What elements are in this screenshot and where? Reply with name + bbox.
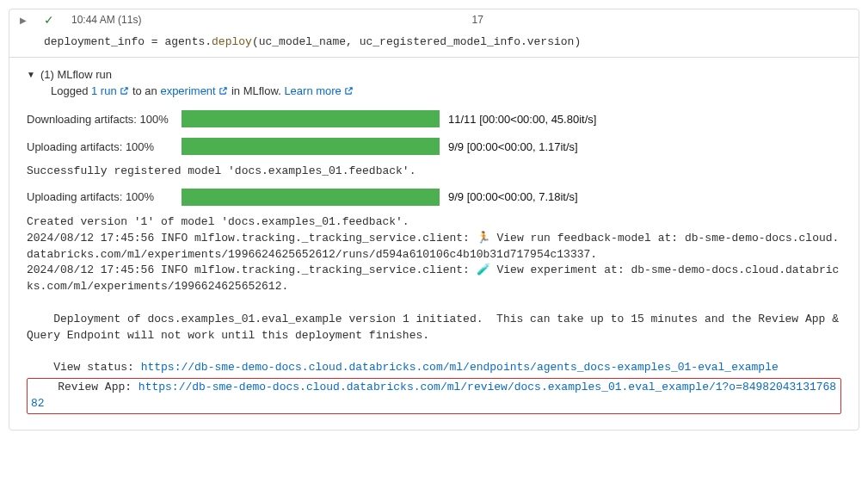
experiment-link[interactable]: experiment [160,84,228,97]
progress-bar [182,110,440,127]
progress-label: Downloading artifacts: 100% [27,113,173,126]
progress-stats: 9/9 [00:00<00:00, 7.18it/s] [448,190,578,203]
run-link[interactable]: 1 run [91,84,129,97]
collapse-toggle[interactable]: ▼ (1) MLflow run [27,66,841,84]
external-link-icon [219,85,228,98]
progress-row: Uploading artifacts: 100% 9/9 [00:00<00:… [27,183,841,211]
log-line: Successfully registered model 'docs.exam… [27,160,841,183]
progress-row: Downloading artifacts: 100% 11/11 [00:00… [27,105,841,133]
code-token: deployment_info [44,35,145,48]
progress-row: Uploading artifacts: 100% 9/9 [00:00<00:… [27,133,841,160]
run-icon[interactable]: ▶ [20,15,27,25]
progress-bar [182,189,440,206]
external-link-icon [120,85,129,98]
progress-label: Uploading artifacts: 100% [27,190,173,203]
code-editor[interactable]: deployment_info = agents.deploy(uc_model… [9,30,859,57]
log-block: Created version '1' of model 'docs.examp… [27,211,841,418]
check-icon: ✓ [44,13,54,27]
logged-line: Logged 1 run to an experiment in MLflow.… [27,84,841,105]
status-url-link[interactable]: https://db-sme-demo-docs.cloud.databrick… [141,361,779,374]
collapse-label: (1) MLflow run [40,68,112,81]
learn-more-link[interactable]: Learn more [284,84,354,97]
execution-count: 17 [107,14,848,26]
cell-output: ▼ (1) MLflow run Logged 1 run to an expe… [9,57,859,430]
progress-bar [182,138,440,155]
progress-stats: 9/9 [00:00<00:00, 1.17it/s] [448,140,578,153]
caret-down-icon: ▼ [27,70,35,79]
external-link-icon [344,85,354,98]
review-app-url-link[interactable]: https://db-sme-demo-docs.cloud.databrick… [31,381,836,410]
progress-stats: 11/11 [00:00<00:00, 45.80it/s] [448,113,596,126]
cell-header: ▶ ✓ 10:44 AM (11s) 17 [9,9,859,30]
notebook-cell: ▶ ✓ 10:44 AM (11s) 17 deployment_info = … [9,9,859,431]
progress-label: Uploading artifacts: 100% [27,140,173,153]
review-app-highlight: Review App: https://db-sme-demo-docs.clo… [27,378,841,414]
